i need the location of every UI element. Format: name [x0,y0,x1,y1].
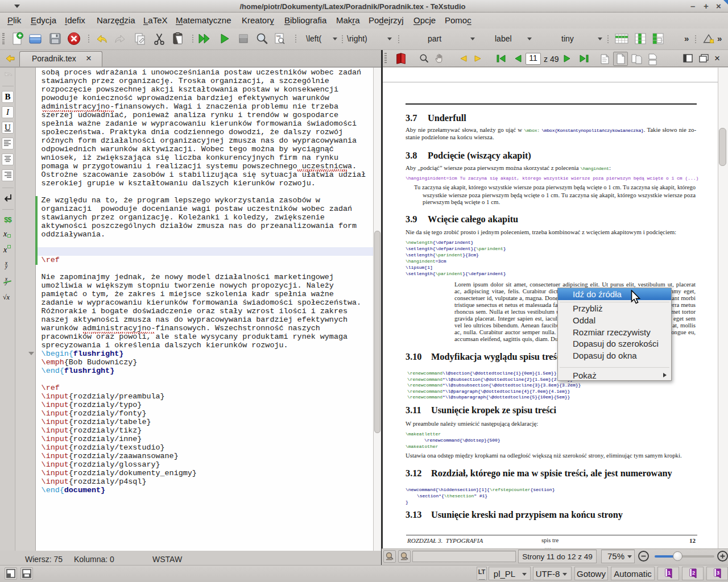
svg-text:2: 2 [692,570,695,576]
svg-text:1: 1 [668,570,671,576]
svg-text:3: 3 [717,570,719,576]
svg-text:log: log [276,34,280,38]
